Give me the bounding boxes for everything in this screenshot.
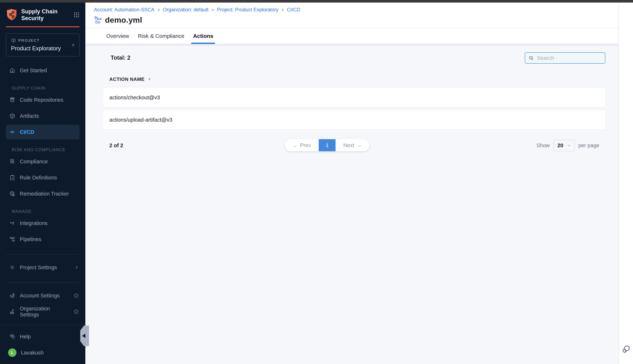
sidebar-item-organization-settings[interactable]: Organization Settings: [0, 304, 85, 319]
app-root: Supply Chain Security PROJECT: [0, 2, 633, 364]
pipeline-file-icon: [94, 16, 102, 24]
sidebar-item-artifacts[interactable]: Artifacts: [0, 109, 85, 123]
search-box[interactable]: [525, 52, 605, 64]
sort-descending-icon: ▼: [148, 78, 151, 81]
column-label: ACTION NAME: [109, 76, 144, 82]
sidebar-item-label: Pipelines: [20, 236, 41, 242]
sidebar-item-integrations[interactable]: Integrations: [0, 216, 85, 230]
pager: ← Prev 1 Next →: [285, 139, 369, 151]
pagination: 2 of 2 ← Prev 1 Next → Show 20: [103, 139, 605, 152]
artifacts-cube-icon: [9, 113, 15, 119]
left-arrow-icon: ←: [293, 142, 298, 148]
breadcrumb-separator: >: [157, 7, 160, 12]
prev-label: Prev: [300, 142, 311, 148]
sidebar-item-rule-definitions[interactable]: Rule Definitions: [0, 170, 85, 185]
tab-risk-and-compliance[interactable]: Risk & Compliance: [138, 28, 184, 44]
main-area: Account: Automation-SSCA > Organization:…: [85, 2, 618, 364]
current-page-button[interactable]: 1: [319, 139, 336, 151]
sidebar-item-label: Help: [20, 334, 31, 340]
sidebar-item-compliance[interactable]: Compliance: [0, 154, 85, 169]
section-manage: MANAGE: [0, 209, 85, 214]
tab-label: Overview: [106, 33, 129, 39]
sidebar-item-cicd[interactable]: CI/CD: [6, 125, 80, 140]
tab-overview[interactable]: Overview: [106, 28, 129, 44]
window-top-bar: [0, 0, 633, 2]
breadcrumb-cicd-link[interactable]: CI/CD: [287, 7, 301, 12]
breadcrumb-account-link[interactable]: Account: Automation-SSCA: [94, 7, 154, 12]
sidebar-item-label: Compliance: [20, 158, 48, 164]
sidebar-divider: [6, 254, 80, 254]
project-selector[interactable]: PROJECT Product Exploratory: [6, 34, 80, 56]
sidebar-item-label: CI/CD: [20, 129, 34, 135]
supply-chain-security-logo-icon: [6, 8, 18, 21]
sidebar-item-label: Project Settings: [20, 264, 57, 270]
breadcrumb-organization-link[interactable]: Organization: default: [163, 7, 208, 12]
actions-content: Total: 2 ACTION NAME ▼ actions/checkout@…: [85, 44, 618, 364]
per-page-label: per page: [578, 142, 599, 148]
integrations-icon: [9, 220, 15, 226]
sidebar-item-pipelines[interactable]: Pipelines: [0, 232, 85, 246]
pagination-range: 2 of 2: [109, 142, 123, 148]
show-label: Show: [536, 142, 550, 148]
column-header-action-name[interactable]: ACTION NAME ▼: [109, 76, 605, 82]
next-label: Next: [343, 142, 354, 148]
sidebar-item-label: Remediation Tracker: [20, 191, 69, 197]
sidebar-item-help[interactable]: ? Help: [0, 330, 85, 343]
svg-text:?: ?: [11, 334, 13, 337]
sidebar-item-label: Artifacts: [20, 113, 39, 119]
chat-bubbles-icon[interactable]: [621, 344, 631, 354]
search-icon: [528, 55, 534, 61]
action-name-cell: actions/upload-artifact@v3: [109, 117, 172, 123]
collapse-left-arrow-icon: [82, 334, 85, 338]
tabs: Overview Risk & Compliance Actions: [85, 28, 618, 44]
sidebar-item-code-repositories[interactable]: Code Repositories: [0, 92, 85, 107]
sidebar-item-label: Code Repositories: [20, 97, 64, 103]
next-page-button[interactable]: Next →: [336, 139, 369, 151]
user-menu[interactable]: L Lavakush: [0, 346, 85, 359]
breadcrumb-separator: >: [211, 7, 214, 12]
page-size-select[interactable]: 20: [553, 140, 575, 151]
search-input[interactable]: [537, 55, 602, 61]
action-name-cell: actions/checkout@v3: [109, 94, 160, 100]
sidebar-bottom: ? Help L Lavakush: [0, 325, 85, 364]
pipelines-icon: [9, 236, 15, 242]
brand-title: Supply Chain Security: [21, 8, 58, 22]
active-tab-underline: [191, 42, 215, 44]
sidebar-item-project-settings[interactable]: Project Settings: [0, 260, 85, 275]
tab-label: Risk & Compliance: [138, 33, 184, 39]
title-row: demo.yml: [94, 16, 618, 24]
sidebar-item-account-settings[interactable]: Account Settings: [0, 288, 85, 303]
tab-actions[interactable]: Actions: [193, 28, 213, 44]
sidebar-item-get-started[interactable]: Get Started: [0, 63, 85, 78]
tab-label: Actions: [193, 33, 213, 39]
prev-page-button[interactable]: ← Prev: [285, 139, 319, 151]
table-row[interactable]: actions/upload-artifact@v3: [103, 110, 605, 129]
remediation-box-icon: [9, 190, 15, 197]
chevron-right-icon: [74, 265, 79, 270]
breadcrumb-separator: >: [282, 7, 284, 12]
home-icon: [9, 67, 15, 74]
sidebar: Supply Chain Security PROJECT: [0, 2, 85, 364]
app-grid-icon[interactable]: [73, 12, 80, 18]
avatar: L: [8, 348, 17, 357]
sidebar-item-label: Organization Settings: [20, 306, 69, 318]
user-name: Lavakush: [21, 350, 44, 356]
page-header: Account: Automation-SSCA > Organization:…: [85, 2, 618, 28]
right-rail: [618, 2, 633, 364]
project-label: PROJECT: [18, 38, 40, 42]
sidebar-item-remediation-tracker[interactable]: Remediation Tracker: [0, 186, 85, 201]
info-icon[interactable]: [74, 309, 79, 314]
help-chat-icon: ?: [9, 334, 15, 340]
account-layers-gear-icon: [9, 292, 15, 299]
page-size-control: Show 20 per page: [536, 140, 599, 151]
sidebar-item-label: Integrations: [20, 220, 48, 226]
content-topbar: Total: 2: [103, 52, 605, 64]
info-icon[interactable]: [74, 293, 79, 298]
table-row[interactable]: actions/checkout@v3: [103, 88, 605, 107]
breadcrumb-project-link[interactable]: Project: Product Exploratory: [217, 7, 278, 12]
section-risk-and-compliance: RISK AND COMPLIANCE: [0, 148, 85, 152]
sidebar-item-label: Get Started: [20, 68, 47, 74]
section-supply-chain: SUPPLY CHAIN: [0, 86, 85, 91]
chevron-down-icon: [567, 144, 571, 148]
chevron-right-icon: [71, 42, 75, 48]
